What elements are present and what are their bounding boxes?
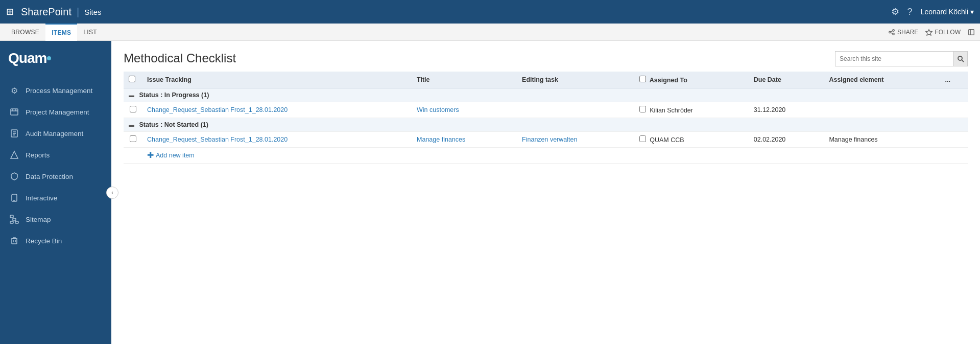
row1-checkbox[interactable] <box>130 106 136 112</box>
add-new-row: ✚ Add new item <box>124 148 968 164</box>
logo-dot <box>47 56 51 60</box>
svg-line-3 <box>891 31 893 32</box>
svg-rect-23 <box>12 239 17 244</box>
sitemap-icon <box>9 214 19 224</box>
svg-point-2 <box>893 33 895 35</box>
add-new-link[interactable]: ✚ Add new item <box>147 151 963 159</box>
row2-checkbox[interactable] <box>130 135 136 142</box>
svg-rect-6 <box>969 29 974 35</box>
add-new-label: Add new item <box>156 152 195 159</box>
process-management-icon: ⚙ <box>9 85 19 96</box>
assigned-to-checkbox-row2[interactable] <box>639 135 646 142</box>
group-row-not-started[interactable]: ▬ Status : Not Started (1) <box>124 118 968 132</box>
th-due-date: Due Date <box>749 72 824 88</box>
help-icon[interactable]: ? <box>907 7 913 17</box>
sidebar: Quam ‹ ⚙ Process Management Project Mana… <box>0 41 111 344</box>
ribbon-bar: BROWSE ITEMS LIST SHARE FOLLOW <box>0 24 980 41</box>
th-checkbox <box>124 72 142 88</box>
sidebar-item-label-data-protection: Data Protection <box>26 173 73 180</box>
sidebar-item-label-project-management: Project Management <box>26 108 89 116</box>
add-icon: ✚ <box>147 151 154 159</box>
sidebar-item-label-recycle-bin: Recycle Bin <box>26 237 62 245</box>
settings-icon[interactable]: ⚙ <box>891 6 899 17</box>
svg-rect-8 <box>11 109 18 115</box>
sidebar-item-label-interactive: Interactive <box>26 194 57 202</box>
user-chevron: ▾ <box>970 8 974 16</box>
title-link-row1[interactable]: Win customers <box>417 106 459 113</box>
issue-tracking-link-row1[interactable]: Change_Request_Sebastian Frost_1_28.01.2… <box>147 106 288 113</box>
follow-label: FOLLOW <box>935 29 961 36</box>
group-row-in-progress[interactable]: ▬ Status : In Progress (1) <box>124 88 968 102</box>
table-row: Change_Request_Sebastian Frost_1_28.01.2… <box>124 132 968 148</box>
th-issue-tracking: Issue Tracking <box>142 72 412 88</box>
th-assigned-to: Assigned To <box>634 72 749 88</box>
assigned-to-checkbox[interactable] <box>639 76 646 82</box>
data-protection-icon <box>9 171 19 181</box>
sidebar-collapse-button[interactable]: ‹ <box>106 187 118 199</box>
group-count-in-progress: (1) <box>201 91 209 99</box>
td-assigned-to-row2: QUAM CCB <box>634 132 749 148</box>
td-assigned-element-row2: Manage finances <box>824 132 940 148</box>
content-area: Methodical Checklist <box>111 41 980 344</box>
follow-action[interactable]: FOLLOW <box>925 29 961 36</box>
share-action[interactable]: SHARE <box>888 29 918 36</box>
content-header: Methodical Checklist <box>111 41 980 72</box>
reports-icon <box>9 150 19 160</box>
td-editing-task-row1 <box>517 102 634 118</box>
svg-point-1 <box>889 31 891 33</box>
svg-rect-19 <box>10 215 13 218</box>
sidebar-item-data-protection[interactable]: Data Protection <box>0 166 111 187</box>
svg-marker-5 <box>926 29 932 35</box>
td-checkbox-row1 <box>124 102 142 118</box>
sidebar-logo: Quam <box>0 41 111 75</box>
td-issue-tracking-row2: Change_Request_Sebastian Frost_1_28.01.2… <box>142 132 412 148</box>
sidebar-item-label-reports: Reports <box>26 151 50 159</box>
editing-task-link-row2[interactable]: Finanzen verwalten <box>522 136 577 143</box>
sidebar-item-process-management[interactable]: ⚙ Process Management <box>0 80 111 101</box>
tab-items[interactable]: ITEMS <box>45 24 77 41</box>
resize-action[interactable] <box>968 29 975 36</box>
checklist-table: Issue Tracking Title Editing task Assign… <box>124 72 968 164</box>
sidebar-item-project-management[interactable]: Project Management <box>0 101 111 123</box>
grid-icon[interactable]: ⊞ <box>6 6 14 17</box>
td-assigned-element-row1 <box>824 102 940 118</box>
title-link-row2[interactable]: Manage finances <box>417 136 465 143</box>
search-box <box>835 51 968 66</box>
project-management-icon <box>9 107 19 117</box>
assigned-to-checkbox-row1[interactable] <box>639 106 646 112</box>
th-editing-task: Editing task <box>517 72 634 88</box>
td-assigned-to-row1: Kilian Schröder <box>634 102 749 118</box>
share-label: SHARE <box>897 29 918 36</box>
search-button[interactable] <box>953 52 967 66</box>
svg-rect-22 <box>10 221 13 223</box>
sidebar-item-interactive[interactable]: Interactive <box>0 187 111 209</box>
issue-tracking-link-row2[interactable]: Change_Request_Sebastian Frost_1_28.01.2… <box>147 136 288 143</box>
sidebar-item-recycle-bin[interactable]: Recycle Bin <box>0 230 111 251</box>
sidebar-item-label-sitemap: Sitemap <box>26 216 51 223</box>
svg-line-4 <box>891 32 893 33</box>
search-input[interactable] <box>835 55 953 62</box>
app-name: SharePoint <box>21 6 71 18</box>
sidebar-nav: ⚙ Process Management Project Management … <box>0 80 111 251</box>
logo-text: Quam <box>8 50 51 66</box>
table-header-row: Issue Tracking Title Editing task Assign… <box>124 72 968 88</box>
tab-list[interactable]: LIST <box>77 24 103 41</box>
td-more-row1 <box>940 102 968 118</box>
recycle-bin-icon <box>9 236 19 246</box>
td-title-row1: Win customers <box>412 102 517 118</box>
nav-divider: | <box>77 6 79 18</box>
select-all-checkbox[interactable] <box>129 76 135 82</box>
top-nav-right: ⚙ ? Leonard Köchli ▾ <box>891 6 974 17</box>
group-label-in-progress: Status : In Progress <box>139 91 199 99</box>
section-label: Sites <box>84 8 101 16</box>
page-title: Methodical Checklist <box>124 51 236 65</box>
sidebar-item-reports[interactable]: Reports <box>0 144 111 166</box>
sidebar-item-label-audit-management: Audit Management <box>26 130 83 137</box>
ribbon-actions: SHARE FOLLOW <box>888 29 975 36</box>
td-editing-task-row2: Finanzen verwalten <box>517 132 634 148</box>
sidebar-item-sitemap[interactable]: Sitemap <box>0 209 111 230</box>
user-menu[interactable]: Leonard Köchli ▾ <box>921 8 974 16</box>
sidebar-item-audit-management[interactable]: Audit Management <box>0 123 111 144</box>
tab-browse[interactable]: BROWSE <box>5 24 45 41</box>
svg-point-26 <box>958 56 962 60</box>
